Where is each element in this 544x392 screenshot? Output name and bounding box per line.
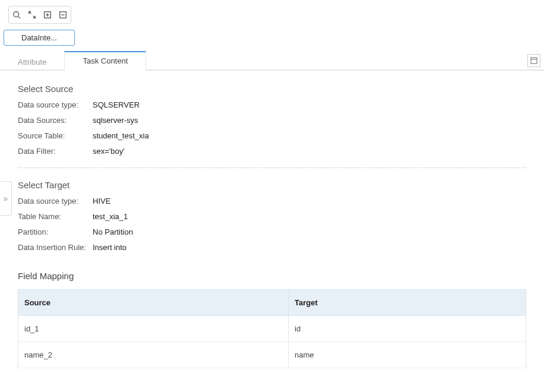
search-icon[interactable] — [9, 7, 24, 23]
col-source: Source — [18, 290, 289, 316]
insertion-rule-label: Data Insertion Rule: — [18, 242, 93, 253]
table-name-value: test_xia_1 — [93, 211, 128, 222]
data-sources-label: Data Sources: — [18, 115, 93, 126]
field-mapping-heading: Field Mapping — [18, 271, 526, 281]
content-area: Select Source Data source type: SQLSERVE… — [0, 71, 544, 380]
mapping-table: Source Target id_1 id name_2 name — [18, 289, 526, 368]
source-table-value: student_test_xia — [93, 131, 149, 141]
panel-min-icon[interactable] — [527, 54, 540, 67]
select-source-heading: Select Source — [18, 84, 526, 94]
cell-source: id_1 — [18, 316, 289, 342]
task-chip-row: DataInte... — [0, 27, 544, 52]
svg-line-1 — [18, 17, 21, 19]
source-type-label: Data source type: — [18, 100, 93, 110]
table-name-row: Table Name: test_xia_1 — [18, 211, 526, 222]
data-filter-value: sex='boy' — [93, 146, 125, 157]
table-header-row: Source Target — [18, 290, 526, 316]
table-row: name_2 name — [18, 342, 526, 368]
tab-task-content[interactable]: Task Content — [64, 51, 146, 71]
target-type-row: Data source type: HIVE — [18, 196, 526, 207]
toolbar — [0, 0, 544, 27]
source-type-value: SQLSERVER — [93, 100, 140, 110]
insertion-rule-value: Insert into — [93, 242, 126, 253]
data-filter-label: Data Filter: — [18, 146, 93, 157]
select-target-heading: Select Target — [18, 180, 526, 190]
data-filter-row: Data Filter: sex='boy' — [18, 146, 526, 157]
partition-value: No Partition — [93, 227, 133, 238]
svg-point-0 — [14, 12, 19, 17]
source-table-label: Source Table: — [18, 131, 93, 141]
target-type-label: Data source type: — [18, 196, 93, 207]
cell-target: id — [289, 316, 526, 342]
data-sources-row: Data Sources: sqlserver-sys — [18, 115, 526, 126]
source-type-row: Data source type: SQLSERVER — [18, 100, 526, 110]
partition-row: Partition: No Partition — [18, 227, 526, 238]
col-target: Target — [289, 290, 526, 316]
data-sources-value: sqlserver-sys — [93, 115, 138, 126]
cell-target: name — [289, 342, 526, 368]
expand-icon[interactable] — [40, 7, 55, 23]
side-expand-handle[interactable]: » — [0, 181, 12, 216]
tabs-bar: Attribute Task Content — [0, 52, 544, 71]
toolbar-group — [8, 6, 71, 24]
task-chip[interactable]: DataInte... — [4, 30, 75, 46]
tab-attribute[interactable]: Attribute — [0, 53, 64, 71]
cell-source: name_2 — [18, 342, 289, 368]
tabs-right-controls — [527, 54, 540, 67]
chevron-right-icon: » — [4, 194, 8, 203]
table-row: id_1 id — [18, 316, 526, 342]
target-type-value: HIVE — [93, 196, 110, 207]
refresh-icon[interactable] — [24, 7, 40, 23]
partition-label: Partition: — [18, 227, 93, 238]
table-name-label: Table Name: — [18, 211, 93, 222]
section-divider — [18, 167, 526, 168]
insertion-rule-row: Data Insertion Rule: Insert into — [18, 242, 526, 253]
svg-rect-7 — [531, 58, 537, 64]
collapse-icon[interactable] — [55, 7, 71, 23]
source-table-row: Source Table: student_test_xia — [18, 131, 526, 141]
